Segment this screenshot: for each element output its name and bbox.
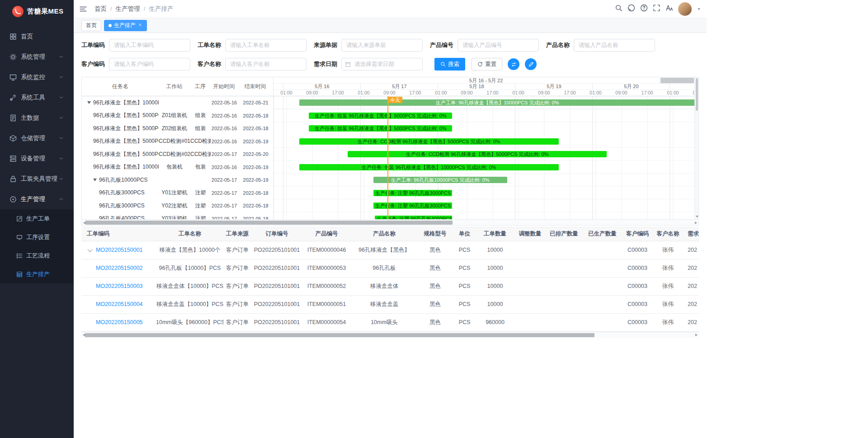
- gantt-hour-label: 09:00: [537, 90, 552, 96]
- order-link[interactable]: MO202205150004: [96, 301, 143, 307]
- breadcrumb-item-0[interactable]: 首页: [94, 5, 107, 13]
- order-link[interactable]: MO202205150003: [96, 283, 143, 289]
- order-link[interactable]: MO202205150005: [96, 319, 143, 325]
- sidebar-item-8[interactable]: 生产管理: [0, 189, 74, 209]
- scroll-right-arrow-icon[interactable]: [695, 221, 697, 224]
- gantt-task-row[interactable]: 96孔孔板10000PCS2022-05-172022-05-19: [82, 174, 273, 187]
- gantt-task-start: 2022-05-17: [211, 190, 238, 196]
- gantt-hour-label: 01:00: [279, 90, 294, 96]
- gantt-task-row[interactable]: 96孔孔板3000PCSY01注塑机注塑2022-05-172022-05-18: [82, 187, 273, 200]
- gantt-task-start: 2022-05-17: [211, 216, 238, 219]
- reset-button[interactable]: 重置: [472, 58, 502, 71]
- expand-caret-icon[interactable]: [87, 247, 92, 252]
- filter-input[interactable]: [109, 39, 190, 52]
- table-cell: MO202205150002: [81, 259, 156, 277]
- font-size-button[interactable]: [665, 4, 673, 14]
- app-logo[interactable]: 苦糖果MES: [0, 0, 74, 23]
- gantt-task-row[interactable]: 96孔移液盒【黑色】5000PCSZ02组装机组装2022-05-162022-…: [82, 122, 273, 135]
- sidebar-subitem-label: 生产排产: [26, 270, 50, 278]
- help-button[interactable]: [640, 4, 648, 14]
- gantt-task-row[interactable]: 96孔移液盒【黑色】10000PCS2022-05-162022-05-21: [82, 96, 273, 109]
- table-cell: ITEM00000052: [303, 277, 350, 295]
- sidebar-subitem-3[interactable]: 生产排产: [0, 265, 74, 283]
- filter-input[interactable]: [225, 58, 307, 71]
- scroll-down-arrow-icon[interactable]: [696, 216, 698, 218]
- scrollbar-thumb[interactable]: [85, 333, 594, 337]
- sidebar-item-2[interactable]: 系统监控: [0, 67, 74, 87]
- collapse-caret-icon[interactable]: [87, 101, 91, 104]
- topbar: 首页/生产管理/生产排产: [74, 0, 707, 18]
- tab-0[interactable]: 首页: [81, 20, 101, 31]
- gantt-bar-task[interactable]: 生产任务: 包装 96孔移液盒【黑色】10000PCS 完成比例: 0%: [299, 164, 559, 170]
- edit-circle-button[interactable]: [525, 58, 537, 70]
- scrollbar-thumb[interactable]: [696, 78, 698, 111]
- gantt-bar-task[interactable]: 生产任务: 组装 96孔移液盒【黑色】5000PCS 完成比例: 0%: [309, 125, 452, 132]
- user-avatar[interactable]: [678, 2, 692, 16]
- column-header-3: 订单编号: [251, 227, 303, 241]
- sidebar-item-label: 设备管理: [21, 155, 59, 163]
- sidebar-item-0[interactable]: 首页: [0, 26, 74, 47]
- filter-input[interactable]: [458, 39, 539, 52]
- gantt-task-row[interactable]: 96孔移液盒【黑色】5000PCSZ01组装机组装2022-05-162022-…: [82, 109, 273, 122]
- gantt-task-row[interactable]: 96孔孔板3000PCSY02注塑机注塑2022-05-172022-05-18: [82, 199, 273, 212]
- gantt-bar-task[interactable]: 生产任务: CCD检测 96孔移液盒【黑色】5000PCS 完成比例: 0%: [299, 138, 559, 145]
- sidebar-item-3[interactable]: 系统工具: [0, 87, 74, 108]
- gantt-task-row[interactable]: 96孔孔板4000PCSY03注塑机注塑2022-05-172022-05-18: [82, 212, 273, 220]
- gantt-task-row[interactable]: 96孔移液盒【黑色】10000PCS包装机包装2022-05-162022-05…: [82, 161, 273, 174]
- search-button[interactable]: [615, 4, 623, 14]
- github-button[interactable]: [627, 4, 635, 14]
- gantt-task-row[interactable]: 96孔移液盒【黑色】5000PCSCCD检测#01CCD检测2022-05-16…: [82, 135, 273, 148]
- breadcrumb-item-1[interactable]: 生产管理: [116, 5, 140, 13]
- filter-input[interactable]: [109, 58, 190, 71]
- filter-input[interactable]: [341, 58, 423, 71]
- gantt-vertical-scrollbar[interactable]: [694, 77, 698, 219]
- sidebar-item-5[interactable]: 仓储管理: [0, 128, 74, 148]
- collapse-caret-icon[interactable]: [93, 179, 97, 181]
- tab-1[interactable]: 生产排产: [104, 20, 147, 31]
- table-cell: PCS: [452, 277, 477, 295]
- order-link[interactable]: MO202205150002: [96, 265, 143, 271]
- gantt-horizontal-scrollbar[interactable]: [82, 219, 698, 225]
- column-header-4: 产品编号: [303, 227, 350, 241]
- tab-close-icon[interactable]: [138, 22, 142, 28]
- search-button[interactable]: 搜索: [434, 58, 465, 71]
- fullscreen-button[interactable]: [653, 4, 660, 14]
- sidebar-item-6[interactable]: 设备管理: [0, 148, 74, 169]
- table-cell: [513, 295, 547, 313]
- filter-input[interactable]: [341, 39, 423, 52]
- gantt-bar-task[interactable]: 生产任务: 注塑 96孔孔板3000PCS 完成比例: 0%: [373, 203, 453, 209]
- gantt-bar-order[interactable]: 生产工单: 96孔移液盒【黑色】10000PCS 完成比例: 0%: [299, 99, 695, 106]
- breadcrumb-item-2[interactable]: 生产排产: [149, 5, 174, 13]
- gantt-bar-order[interactable]: 生产工单: 96孔孔板10000PCS 完成比例: 0%: [373, 177, 507, 183]
- scrollbar-thumb[interactable]: [85, 221, 453, 225]
- gantt-task-station: Y03注塑机: [159, 215, 190, 219]
- gantt-bar-task[interactable]: 生产任务: 组装 96孔移液盒【黑色】5000PCS 完成比例: 0%: [309, 113, 452, 119]
- filter-input[interactable]: [574, 39, 655, 52]
- table-horizontal-scrollbar[interactable]: [81, 332, 699, 338]
- sidebar-subitem-1[interactable]: 工序设置: [0, 228, 74, 246]
- sidebar-item-1[interactable]: 系统管理: [0, 47, 74, 67]
- gantt-bar-task[interactable]: 生产任务: CCD检测 96孔移液盒【黑色】5000PCS 完成比例: 0%: [348, 151, 607, 157]
- sidebar-subitem-2[interactable]: 工艺流程: [0, 246, 74, 265]
- sidebar-subitem-0[interactable]: 生产工单: [0, 209, 74, 228]
- gantt-hour-label: 17:00: [330, 90, 346, 96]
- table-cell: MO202205150005: [81, 313, 156, 331]
- gantt-bar-task[interactable]: 生产任务: 注塑 96孔孔板4000PCS 完成比例: 0%: [375, 216, 452, 220]
- sidebar-item-7[interactable]: 工装夹具管理: [0, 169, 74, 189]
- gantt-column-header-3: 开始时间: [210, 83, 237, 90]
- filter-input[interactable]: [225, 39, 307, 52]
- gantt-task-start: 2022-05-16: [211, 113, 238, 118]
- scroll-right-arrow-icon[interactable]: [695, 334, 698, 336]
- swap-circle-button[interactable]: [508, 58, 519, 70]
- gantt-task-row[interactable]: 96孔移液盒【黑色】5000PCSCCD检测#02CCD检测2022-05-17…: [82, 148, 273, 161]
- hamburger-icon[interactable]: [79, 5, 87, 13]
- table-cell: ITEM00000051: [303, 295, 350, 313]
- filter-input-wrap: [458, 39, 539, 52]
- sidebar-item-4[interactable]: 主数据: [0, 108, 74, 128]
- sidebar-menu: 首页系统管理系统监控系统工具主数据仓储管理设备管理工装夹具管理生产管理生产工单工…: [0, 26, 74, 283]
- gantt-bar-task[interactable]: 生产任务: 注塑 96孔孔板3000PCS 完成比例: 0%: [373, 190, 453, 196]
- order-link[interactable]: MO202205150001: [96, 247, 143, 253]
- user-menu-caret[interactable]: [697, 5, 701, 13]
- gantt-task-end: 2022-05-18: [238, 216, 274, 219]
- gantt-hour-row: 01:0009:0017:0001:0009:0017:0001:0009:00…: [274, 90, 698, 96]
